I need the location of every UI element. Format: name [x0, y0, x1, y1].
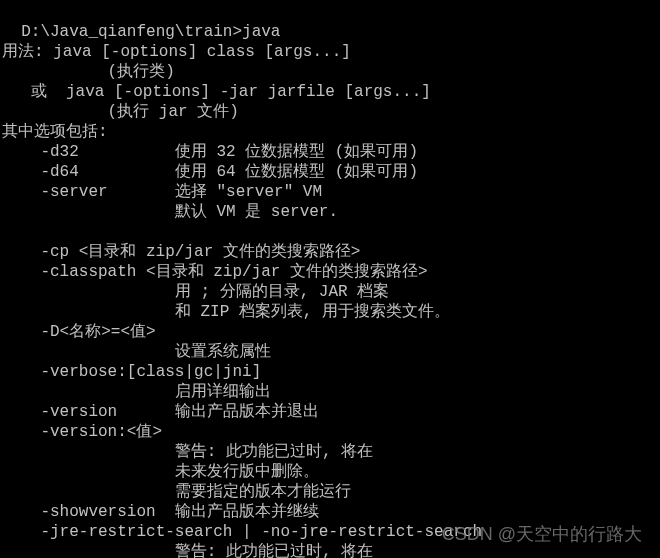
command-prompt: D:\Java_qianfeng\train>java — [21, 23, 280, 41]
command-output: 用法: java [-options] class [args...] (执行类… — [2, 42, 660, 558]
terminal-output[interactable]: D:\Java_qianfeng\train>java 用法: java [-o… — [0, 0, 660, 558]
